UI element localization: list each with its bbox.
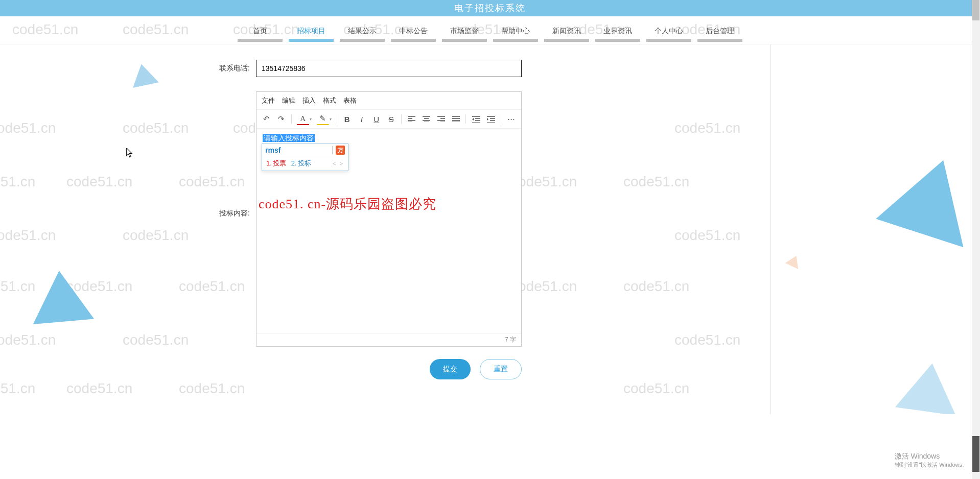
watermark: code51.cn [123,227,189,244]
watermark: code51.cn [123,332,189,348]
form-panel: 联系电话: 投标内容: 文件 编辑 插入 格式 表格 ↶ ↷ A▾ [209,44,771,414]
main-nav: 首页 招标项目 结果公示 中标公告 市场监督 帮助中心 新闻资讯 业界资讯 个人… [0,16,980,44]
cursor-icon [126,148,133,158]
menu-file[interactable]: 文件 [262,96,275,105]
align-center-icon[interactable] [421,113,432,125]
bold-icon[interactable]: B [341,113,353,125]
text-color-button[interactable]: A▾ [296,113,313,125]
watermark: code51.cn [66,380,132,397]
menu-edit[interactable]: 编辑 [282,96,295,105]
editor-char-count: 7 字 [256,333,521,346]
underline-icon[interactable]: U [370,113,382,125]
align-right-icon[interactable] [435,113,447,125]
content-label: 投标内容: [209,91,250,218]
toolbar-separator [501,114,501,124]
align-left-icon[interactable] [406,113,417,125]
nav-market-supervision[interactable]: 市场监督 [442,22,487,44]
nav-admin[interactable]: 后台管理 [697,22,742,44]
scrollbar-thumb[interactable] [972,0,979,20]
watermark: code51.cn [0,332,56,348]
decoration-triangle [876,146,980,247]
rich-editor: 文件 编辑 插入 格式 表格 ↶ ↷ A▾ ✎▾ B I U S [256,91,522,347]
nav-help[interactable]: 帮助中心 [493,22,538,44]
toolbar-separator [401,114,402,124]
nav-news[interactable]: 新闻资讯 [544,22,589,44]
toolbar-separator [337,114,337,124]
vertical-scrollbar[interactable] [972,0,980,414]
panel-divider [771,44,771,414]
ime-input-text: rmsf [265,146,333,154]
decoration-triangle [128,61,159,88]
app-header: 电子招投标系统 [0,0,980,16]
nav-results[interactable]: 结果公示 [340,22,385,44]
editor-placeholder: 请输入投标内容 [263,134,315,142]
nav-win-notice[interactable]: 中标公告 [391,22,436,44]
submit-button[interactable]: 提交 [430,359,471,379]
nav-profile[interactable]: 个人中心 [646,22,691,44]
nav-bid-projects[interactable]: 招标项目 [289,22,334,44]
indent-icon[interactable] [485,113,497,125]
overlay-watermark: code51. cn-源码乐园盗图必究 [256,195,521,213]
menu-insert[interactable]: 插入 [302,96,316,105]
nav-home[interactable]: 首页 [238,22,283,44]
ime-candidate-2[interactable]: 2.投标 [291,159,311,168]
toolbar-separator [465,114,466,124]
watermark: code51.cn [0,174,35,190]
toolbar-separator [291,114,292,124]
editor-toolbar: ↶ ↷ A▾ ✎▾ B I U S [256,110,521,129]
menu-table[interactable]: 表格 [343,96,357,105]
phone-label: 联系电话: [209,60,250,73]
reset-button[interactable]: 重置 [480,359,522,379]
editor-menubar: 文件 编辑 插入 格式 表格 [256,92,521,110]
watermark: code51.cn [0,120,56,136]
ime-candidate-1[interactable]: 1.投票 [266,159,286,168]
menu-format[interactable]: 格式 [323,96,336,105]
decoration-triangle [29,268,94,324]
app-title: 电子招投标系统 [454,3,526,13]
redo-icon[interactable]: ↷ [275,113,287,125]
watermark: code51.cn [0,227,56,244]
decoration-triangle [785,253,803,269]
strikethrough-icon[interactable]: S [385,113,397,125]
watermark: code51.cn [123,120,189,136]
ime-page-arrows[interactable]: < > [333,160,344,166]
outdent-icon[interactable] [470,113,482,125]
ime-popup: rmsf 万 1.投票 2.投标 < > [262,143,348,171]
undo-icon[interactable]: ↶ [261,113,272,125]
watermark: code51.cn [0,380,35,397]
ime-logo-icon: 万 [336,146,345,155]
align-justify-icon[interactable] [450,113,462,125]
more-icon[interactable]: ⋯ [505,113,517,125]
decoration-triangle [895,359,963,414]
highlight-color-button[interactable]: ✎▾ [316,113,333,125]
italic-icon[interactable]: I [356,113,367,125]
phone-input[interactable] [256,60,522,77]
watermark: code51.cn [66,174,132,190]
editor-body[interactable]: 请输入投标内容 rmsf 万 1.投票 2.投标 < > code51. cn-… [256,129,521,333]
nav-industry[interactable]: 业界资讯 [595,22,640,44]
